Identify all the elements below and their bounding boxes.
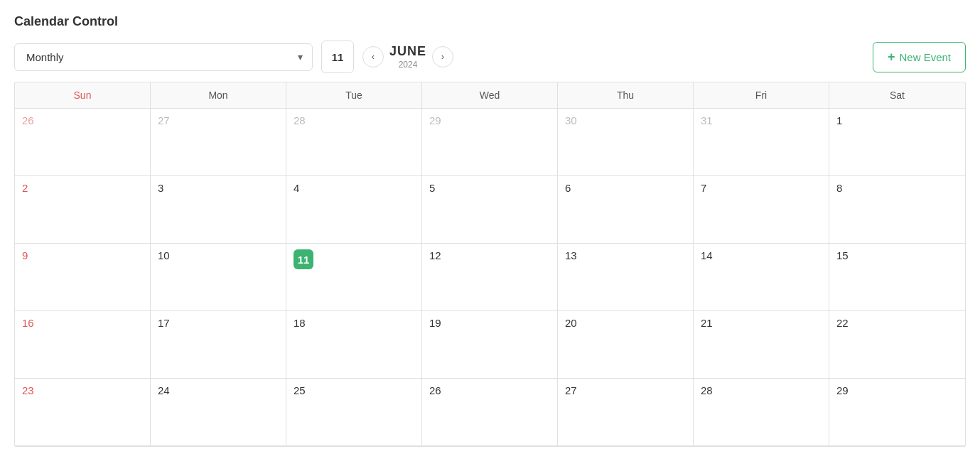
day-number: 29 (836, 384, 849, 396)
day-number: 21 (701, 317, 713, 329)
next-month-button[interactable]: › (432, 46, 453, 67)
day-cell[interactable]: 15 (829, 244, 965, 311)
day-number: 9 (22, 249, 28, 261)
day-number: 28 (294, 114, 306, 126)
day-number: 14 (701, 249, 713, 261)
plus-icon: + (888, 50, 895, 65)
header-thu: Thu (558, 82, 694, 108)
day-cell[interactable]: 12 (422, 244, 558, 311)
day-number: 10 (158, 249, 170, 261)
day-number: 7 (701, 182, 706, 194)
day-number: 20 (565, 317, 577, 329)
day-cell[interactable]: 30 (558, 109, 694, 176)
day-cell[interactable]: 16 (15, 311, 151, 379)
day-number: 12 (429, 249, 441, 261)
page-title: Calendar Control (14, 14, 966, 29)
day-cell[interactable]: 29 (422, 109, 558, 176)
day-cell[interactable]: 3 (151, 176, 286, 244)
day-cell[interactable]: 9 (15, 244, 151, 311)
view-select[interactable]: Monthly Daily Weekly Yearly (14, 43, 313, 71)
today-button[interactable]: 11 (321, 40, 354, 73)
day-cell[interactable]: 18 (286, 311, 422, 379)
day-cell[interactable]: 25 (286, 379, 422, 446)
day-number: 19 (429, 317, 441, 329)
day-number: 22 (836, 317, 849, 329)
toolbar: Monthly Daily Weekly Yearly ▾ 11 ‹ JUNE … (14, 40, 966, 73)
day-number: 15 (836, 249, 849, 261)
day-cell[interactable]: 17 (151, 311, 286, 379)
day-number: 26 (429, 384, 441, 396)
calendar-grid: Sun Mon Tue Wed Thu Fri Sat 262728293031… (14, 82, 966, 447)
day-number: 13 (565, 249, 577, 261)
day-cell[interactable]: 26 (422, 379, 558, 446)
day-cell[interactable]: 4 (286, 176, 422, 244)
day-cell[interactable]: 21 (694, 311, 829, 379)
header-sun: Sun (15, 82, 151, 108)
month-label: JUNE 2024 (389, 44, 426, 70)
day-cell[interactable]: 1 (829, 109, 965, 176)
day-cell[interactable]: 10 (151, 244, 286, 311)
day-number: 5 (429, 182, 435, 194)
day-number: 4 (294, 182, 299, 194)
prev-month-button[interactable]: ‹ (362, 46, 384, 67)
day-number: 16 (22, 317, 34, 329)
month-name: JUNE (389, 44, 426, 60)
day-number: 23 (22, 384, 34, 396)
header-tue: Tue (286, 82, 422, 108)
day-cell[interactable]: 31 (694, 109, 829, 176)
day-number: 27 (565, 384, 577, 396)
new-event-label: New Event (899, 51, 951, 63)
day-cell[interactable]: 27 (151, 109, 286, 176)
day-number: 24 (158, 384, 170, 396)
day-number: 11 (294, 249, 313, 269)
day-cell[interactable]: 5 (422, 176, 558, 244)
day-cell[interactable]: 23 (15, 379, 151, 446)
day-cell[interactable]: 28 (286, 109, 422, 176)
day-cell[interactable]: 19 (422, 311, 558, 379)
day-cell[interactable]: 22 (829, 311, 965, 379)
header-mon: Mon (151, 82, 286, 108)
day-number: 8 (836, 182, 842, 194)
day-cell[interactable]: 8 (829, 176, 965, 244)
header-wed: Wed (422, 82, 558, 108)
day-cell[interactable]: 11 (286, 244, 422, 311)
day-cell[interactable]: 26 (15, 109, 151, 176)
day-cell[interactable]: 6 (558, 176, 694, 244)
day-number: 18 (294, 317, 306, 329)
day-cell[interactable]: 27 (558, 379, 694, 446)
day-number: 17 (158, 317, 170, 329)
day-number: 30 (565, 114, 577, 126)
day-cell[interactable]: 20 (558, 311, 694, 379)
day-number: 1 (836, 114, 842, 126)
day-cell[interactable]: 13 (558, 244, 694, 311)
nav-controls: ‹ JUNE 2024 › (362, 44, 453, 70)
day-cell[interactable]: 2 (15, 176, 151, 244)
new-event-button[interactable]: + New Event (873, 42, 966, 72)
day-number: 26 (22, 114, 34, 126)
day-number: 25 (294, 384, 306, 396)
day-number: 6 (565, 182, 571, 194)
header-fri: Fri (694, 82, 829, 108)
calendar-body: 2627282930311234567891011121314151617181… (15, 109, 965, 446)
today-date-number: 11 (332, 52, 344, 63)
day-number: 27 (158, 114, 170, 126)
month-year: 2024 (399, 60, 418, 70)
header-sat: Sat (829, 82, 965, 108)
view-select-wrapper: Monthly Daily Weekly Yearly ▾ (14, 43, 313, 71)
calendar-header: Sun Mon Tue Wed Thu Fri Sat (15, 82, 965, 109)
day-number: 29 (429, 114, 441, 126)
day-cell[interactable]: 28 (694, 379, 829, 446)
day-number: 28 (701, 384, 713, 396)
day-cell[interactable]: 14 (694, 244, 829, 311)
day-cell[interactable]: 7 (694, 176, 829, 244)
day-number: 3 (158, 182, 163, 194)
day-number: 2 (22, 182, 28, 194)
day-cell[interactable]: 24 (151, 379, 286, 446)
day-number: 31 (701, 114, 713, 126)
day-cell[interactable]: 29 (829, 379, 965, 446)
